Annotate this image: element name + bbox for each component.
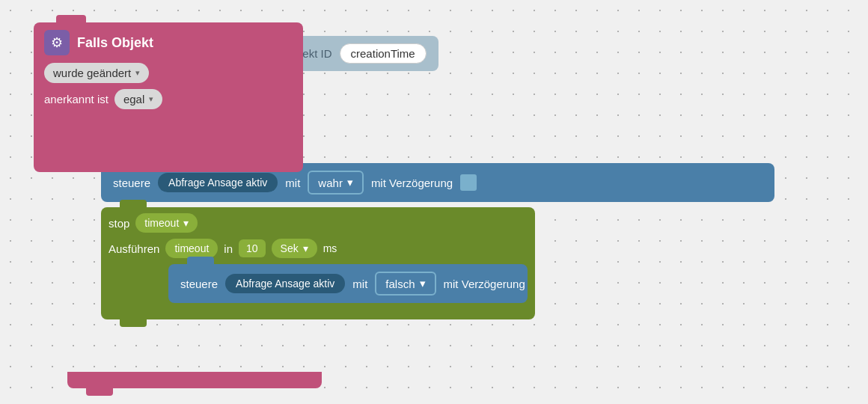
anerkannt-ist-text: anerkannt ist (44, 93, 109, 105)
wurde-geaendert-dropdown[interactable]: wurde geändert ▾ (44, 63, 149, 83)
number-value: 10 (239, 239, 266, 257)
dropdown-arrow-1: ▾ (135, 68, 140, 78)
in-label: in (224, 242, 233, 255)
timeout-stop-dropdown[interactable]: timeout ▾ (135, 213, 198, 233)
sek-arrow: ▾ (303, 242, 308, 254)
egal-dropdown[interactable]: egal ▾ (114, 89, 162, 109)
wurde-geaendert-label: wurde geändert (53, 67, 131, 79)
mit-label-2: mit (352, 278, 367, 290)
mit-verzoegerung-2: mit Verzögerung (444, 278, 525, 290)
falls-objekt-title: Falls Objekt (77, 35, 153, 51)
falsch-arrow: ▾ (420, 277, 426, 290)
steuere-label-1: steuere (113, 177, 150, 189)
wahr-dropdown[interactable]: wahr ▾ (308, 171, 364, 195)
falsch-label: falsch (385, 278, 415, 290)
falls-objekt-block: ⚙ Falls Objekt wurde geändert ▾ anerkann… (34, 22, 303, 172)
stop-label: stop (109, 217, 129, 230)
mit-verzoegerung-1: mit Verzögerung (371, 177, 453, 189)
ms-label: ms (323, 242, 337, 254)
falsch-dropdown[interactable]: falsch ▾ (375, 272, 435, 296)
sek-label: Sek (281, 242, 299, 254)
delay-square-1 (460, 174, 477, 191)
egal-label: egal (123, 93, 144, 105)
abfrage-pill-2: Abfrage Ansage aktiv (225, 274, 345, 293)
wahr-label: wahr (318, 177, 343, 189)
gear-icon: ⚙ (44, 30, 70, 55)
abfrage-pill-1: Abfrage Ansage aktiv (158, 173, 278, 192)
wahr-arrow: ▾ (347, 176, 353, 189)
dropdown-arrow-2: ▾ (149, 94, 153, 104)
mit-label-1: mit (285, 177, 300, 189)
timeout-stop-arrow: ▾ (183, 217, 189, 229)
creation-time-value: creationTime (340, 43, 427, 64)
timeout-stop-label: timeout (144, 217, 179, 229)
sek-dropdown[interactable]: Sek ▾ (272, 239, 317, 258)
ausfuehren-label: Ausführen (109, 242, 159, 255)
timeout-ausfuehren-label: timeout (165, 239, 218, 258)
steuere-label-2: steuere (180, 278, 218, 290)
